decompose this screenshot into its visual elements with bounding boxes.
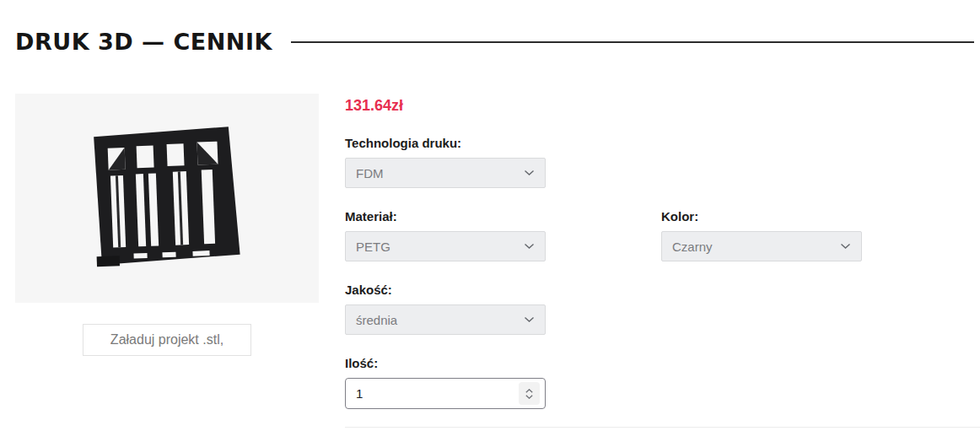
- color-selected-value: Czarny: [672, 240, 713, 254]
- technology-label: Technologia druku:: [345, 136, 980, 150]
- technology-select[interactable]: FDM: [345, 158, 546, 188]
- chevron-down-icon: [524, 170, 535, 176]
- upload-row: Załaduj projekt .stl,: [15, 324, 319, 356]
- technology-selected-value: FDM: [356, 166, 384, 180]
- quantity-field: [345, 378, 546, 409]
- page-header: DRUK 3D — CENNIK: [0, 0, 980, 55]
- upload-stl-button[interactable]: Załaduj projekt .stl,: [83, 324, 251, 356]
- material-color-row: Materiał: PETG Kolor: Czarny: [345, 188, 980, 261]
- configurator-form: 131.64zł Technologia druku: FDM Materiał…: [335, 94, 980, 428]
- page-title: DRUK 3D — CENNIK: [15, 29, 272, 55]
- spinner-up-icon[interactable]: [525, 389, 533, 393]
- chevron-down-icon: [840, 243, 851, 250]
- material-selected-value: PETG: [356, 240, 390, 254]
- model-preview-panel: [15, 94, 319, 303]
- chevron-down-icon: [524, 243, 535, 250]
- bottom-divider: [345, 427, 980, 428]
- spinner-down-icon[interactable]: [525, 395, 533, 399]
- spinner-up-down-icon[interactable]: [519, 382, 540, 405]
- technology-group: Technologia druku: FDM: [345, 136, 980, 188]
- 3d-model-preview: [15, 94, 319, 303]
- color-label: Kolor:: [661, 209, 862, 224]
- quantity-input[interactable]: [347, 385, 491, 401]
- quantity-label: Ilość:: [345, 356, 980, 370]
- material-select[interactable]: PETG: [345, 231, 546, 261]
- product-preview-column: Załaduj projekt .stl,: [15, 94, 319, 428]
- main-content: Załaduj projekt .stl, 131.64zł Technolog…: [0, 94, 980, 428]
- color-select[interactable]: Czarny: [661, 231, 862, 261]
- product-price: 131.64zł: [345, 97, 980, 115]
- chevron-down-icon: [524, 316, 535, 323]
- quantity-group: Ilość:: [345, 356, 980, 409]
- quality-select[interactable]: średnia: [345, 304, 546, 335]
- material-group: Materiał: PETG: [345, 209, 546, 261]
- quality-label: Jakość:: [345, 283, 980, 297]
- material-label: Materiał:: [345, 209, 546, 224]
- quality-selected-value: średnia: [356, 313, 397, 327]
- color-group: Kolor: Czarny: [661, 209, 862, 261]
- title-rule: [291, 41, 974, 43]
- quality-group: Jakość: średnia: [345, 283, 980, 335]
